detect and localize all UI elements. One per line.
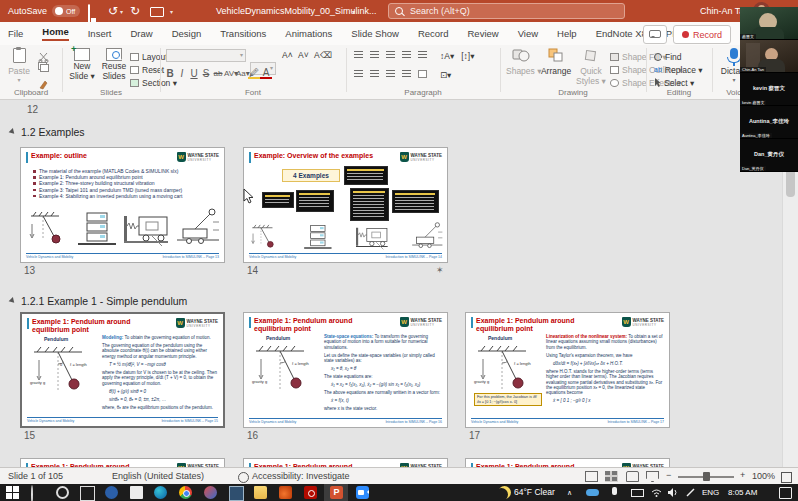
zoom-slider-handle[interactable] — [703, 472, 710, 481]
quick-styles-button[interactable]: Quick Styles ▾ — [576, 48, 606, 86]
cortana-icon[interactable] — [56, 486, 69, 499]
video-tile[interactable]: Auntina_李佳玲 Auntina_李佳玲 — [740, 106, 798, 139]
weather-moon-icon[interactable] — [498, 486, 511, 499]
decrease-indent-button[interactable] — [386, 51, 395, 59]
find-button[interactable]: Find — [654, 50, 682, 63]
section-header-example1[interactable]: 1.2.1 Example 1 - Simple pendulum — [10, 295, 187, 307]
strikethrough-button[interactable]: S — [200, 68, 212, 79]
tab-help[interactable]: Help — [557, 28, 577, 39]
tab-home[interactable]: Home — [42, 26, 68, 41]
section-collapse-icon[interactable] — [9, 297, 17, 305]
increase-indent-button[interactable] — [402, 51, 411, 59]
new-slide-button[interactable]: + New Slide ▾ — [68, 48, 96, 81]
font-name-select[interactable] — [166, 49, 246, 62]
pen-tray-icon[interactable] — [686, 488, 699, 501]
tab-slide-show[interactable]: Slide Show — [351, 28, 399, 39]
arrange-button[interactable]: Arrange — [540, 48, 572, 76]
search-box[interactable] — [388, 3, 625, 19]
file-explorer-icon[interactable] — [254, 486, 267, 499]
tray-expand-chevron-icon[interactable]: ∧ — [567, 484, 572, 501]
bold-button[interactable]: B — [164, 68, 176, 79]
tab-review[interactable]: Review — [468, 28, 499, 39]
justify-button[interactable] — [402, 70, 411, 78]
record-button[interactable]: Record — [673, 25, 731, 44]
tab-animations[interactable]: Animations — [285, 28, 332, 39]
video-tile[interactable]: Dan_黄丹仪 Dan_黄丹仪 — [740, 139, 798, 172]
volume-icon[interactable] — [668, 488, 681, 501]
character-spacing-button[interactable]: AV▾ — [224, 69, 236, 78]
underline-button[interactable]: U — [188, 68, 200, 79]
weather-text[interactable]: 64°F Clear — [514, 484, 555, 501]
reuse-slides-button[interactable]: Reuse Slides — [100, 48, 128, 81]
microphone-tray-icon[interactable] — [612, 487, 617, 495]
slide-thumbnail-15[interactable]: Example 1: Pendulum around equilibrium p… — [20, 312, 225, 428]
tab-record[interactable]: Record — [418, 28, 449, 39]
tab-insert[interactable]: Insert — [88, 28, 112, 39]
slide-thumbnail-13[interactable]: Example: outline WWAYNE STATEUNIVERSITY … — [20, 147, 225, 263]
line-spacing-button[interactable] — [418, 51, 427, 59]
acrobat-icon[interactable] — [304, 486, 317, 499]
edge-icon[interactable] — [154, 486, 167, 499]
redo-icon[interactable]: ↻ — [130, 4, 140, 18]
media-app-icon[interactable] — [204, 486, 217, 499]
tab-endnote[interactable]: EndNote X8 — [596, 28, 647, 39]
align-right-button[interactable] — [386, 70, 395, 78]
columns-button[interactable] — [418, 70, 427, 78]
save-icon[interactable] — [88, 5, 90, 23]
input-language[interactable]: ENG — [702, 484, 719, 501]
tab-file[interactable]: File — [8, 28, 23, 39]
tab-draw[interactable]: Draw — [130, 28, 152, 39]
numbering-button[interactable] — [370, 51, 379, 59]
zoom-app-icon[interactable] — [356, 486, 369, 499]
quick-access-caret-icon[interactable]: ▾ — [170, 8, 173, 15]
slide-thumbnail-17[interactable]: Example 1: Pendulum around equilibrium p… — [465, 312, 670, 428]
language-status[interactable]: English (United States) — [112, 468, 204, 485]
undo-icon[interactable]: ↺ — [108, 4, 118, 18]
text-highlight-button[interactable]: 🖉 — [248, 67, 260, 79]
video-call-panel[interactable]: 蔡晋文 Chin-An Tan kevin 蔡晋文 kevin 蔡晋文 Aunt… — [740, 7, 798, 168]
convert-smartart-button[interactable]: ⊡▾ — [440, 70, 451, 80]
align-text-button[interactable]: [↕]▾ — [461, 51, 474, 61]
replace-button[interactable]: abReplace ▾ — [654, 63, 703, 76]
zoom-in-button[interactable]: + — [740, 467, 745, 484]
slide-thumbnail-14[interactable]: Example: Overview of the examples WWAYNE… — [243, 147, 448, 263]
shadow-button[interactable]: ab — [212, 69, 224, 78]
align-left-button[interactable] — [354, 70, 363, 78]
tab-view[interactable]: View — [518, 28, 538, 39]
video-tile[interactable]: Chin-An Tan — [740, 40, 798, 73]
start-button[interactable] — [6, 486, 19, 499]
document-app-icon[interactable] — [130, 486, 143, 499]
onedrive-tray-icon[interactable] — [586, 489, 599, 496]
section-collapse-icon[interactable] — [9, 128, 17, 136]
matlab-icon[interactable] — [279, 486, 292, 499]
tab-transitions[interactable]: Transitions — [220, 28, 266, 39]
paste-button[interactable]: Paste ▾ — [6, 48, 32, 90]
task-view-icon[interactable] — [80, 486, 95, 501]
text-direction-button[interactable]: ↕A▾ — [440, 51, 454, 61]
slideshow-view-button[interactable] — [646, 471, 659, 482]
action-center-icon[interactable] — [779, 487, 792, 499]
accessibility-status[interactable]: Accessibility: Investigate — [252, 468, 350, 485]
clock[interactable]: 8:05 AM — [728, 484, 757, 501]
font-color-button[interactable]: A — [260, 67, 272, 79]
video-tile[interactable]: 蔡晋文 — [740, 7, 798, 40]
search-input[interactable] — [408, 5, 592, 17]
normal-view-button[interactable] — [585, 471, 598, 482]
battery-icon[interactable] — [631, 489, 644, 497]
align-center-button[interactable] — [370, 70, 379, 78]
powerpoint-taskbar-button[interactable]: P — [324, 484, 348, 501]
decrease-font-size-button[interactable]: A˅ — [298, 50, 309, 60]
clear-formatting-button[interactable]: A⌫ — [314, 50, 332, 60]
change-case-button[interactable]: Aa▾ — [236, 69, 248, 78]
chrome-icon[interactable] — [179, 486, 192, 499]
taskbar-search-icon[interactable] — [31, 486, 44, 499]
slide-thumbnail-16[interactable]: Example 1: Pendulum around equilibrium p… — [243, 312, 448, 428]
fit-slide-to-window-button[interactable] — [781, 472, 792, 483]
italic-button[interactable]: I — [176, 68, 188, 79]
start-slideshow-icon[interactable] — [150, 7, 164, 17]
shapes-button[interactable]: Shapes ▾ — [506, 48, 536, 76]
wifi-icon[interactable] — [651, 488, 664, 501]
autosave-toggle[interactable]: Off — [52, 5, 80, 17]
increase-font-size-button[interactable]: A˄ — [282, 50, 293, 60]
mail-app-icon[interactable] — [105, 486, 118, 499]
